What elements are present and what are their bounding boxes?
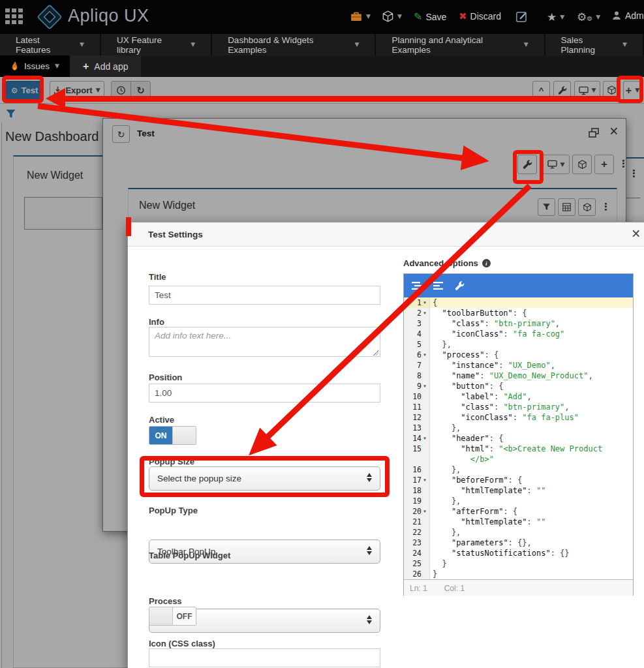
icon-css-class-input[interactable] bbox=[149, 648, 380, 667]
editor-row[interactable]: 19 }, bbox=[404, 496, 633, 506]
nav-planning-analytical[interactable]: Planning and Analytical Examples▼ bbox=[376, 34, 545, 55]
select-arrows-icon bbox=[367, 473, 372, 482]
add-app-button[interactable]: + Add app bbox=[70, 55, 142, 77]
toggle-off-segment: OFF bbox=[172, 607, 196, 625]
editor-row[interactable]: 9▾ "button": { bbox=[404, 381, 633, 391]
test-settings-modal: Test Settings × Title Info Position Acti… bbox=[127, 222, 644, 668]
editor-row[interactable]: 20▾ "afterForm": { bbox=[404, 506, 633, 517]
position-input[interactable] bbox=[149, 384, 380, 402]
settings-menu[interactable]: ⚙⚙ ▼ bbox=[577, 10, 600, 23]
editor-row[interactable]: 23 "parameters": {}, bbox=[404, 538, 633, 548]
app-grid-icon[interactable] bbox=[5, 8, 25, 24]
editor-row[interactable]: 7 "instance": "UX_Demo", bbox=[404, 360, 633, 371]
pencil-icon: ✎ bbox=[414, 10, 422, 23]
editor-row[interactable]: 6▾ "process": { bbox=[404, 350, 633, 360]
x-icon: ✖ bbox=[459, 10, 467, 22]
editor-row[interactable]: 14▾ "header": { bbox=[404, 433, 633, 444]
chevron-down-icon: ▼ bbox=[560, 14, 564, 20]
favorites-menu[interactable]: ★ ▼ bbox=[547, 10, 564, 23]
person-icon bbox=[611, 10, 622, 21]
cube-menu[interactable]: ▼ bbox=[382, 10, 402, 23]
table-popup-widget-label: Table PopUp Widget bbox=[149, 551, 230, 560]
app-tab-bar: Issues ▼ + Add app bbox=[0, 55, 644, 77]
position-label: Position bbox=[149, 372, 182, 382]
editor-row[interactable]: 2▾ "toolbarButton": { bbox=[404, 308, 633, 318]
user-menu[interactable]: Admin bbox=[611, 10, 644, 21]
popup-size-value: Select the popup size bbox=[157, 474, 241, 483]
editor-row[interactable]: 8 "name": "UX_Demo_New_Product", bbox=[404, 371, 633, 381]
save-button[interactable]: ✎ Save bbox=[414, 10, 446, 23]
toggle-blank-segment bbox=[172, 427, 196, 444]
star-icon: ★ bbox=[547, 10, 557, 23]
settings-header bbox=[128, 222, 644, 247]
process-toggle[interactable]: OFF bbox=[149, 607, 196, 626]
nav-ux-feature-library[interactable]: UX Feature library▼ bbox=[101, 34, 212, 55]
status-col: Col: 1 bbox=[444, 584, 465, 593]
select-arrows-icon bbox=[367, 546, 372, 555]
nav-latest-features[interactable]: Latest Features▼ bbox=[0, 34, 101, 55]
select-arrows-icon bbox=[367, 615, 372, 624]
process-label: Process bbox=[149, 596, 182, 606]
active-label: Active bbox=[149, 415, 174, 425]
popup-size-select[interactable]: Select the popup size bbox=[149, 466, 380, 491]
discard-button[interactable]: ✖ Discard bbox=[459, 10, 501, 22]
admin-label: Admin bbox=[625, 10, 644, 21]
editor-row[interactable]: 13 }, bbox=[404, 423, 633, 433]
info-icon[interactable]: i bbox=[482, 259, 491, 267]
editor-row[interactable]: 1▾{ bbox=[404, 297, 633, 308]
advanced-options-editor[interactable]: 1▾{2▾ "toolbarButton": {3 "class": "btn-… bbox=[403, 273, 634, 596]
title-input[interactable] bbox=[149, 286, 380, 305]
advanced-options-label: Advanced Options i bbox=[403, 258, 491, 268]
editor-lines[interactable]: 1▾{2▾ "toolbarButton": {3 "class": "btn-… bbox=[404, 297, 633, 579]
info-textarea[interactable] bbox=[149, 327, 380, 357]
active-toggle[interactable]: ON bbox=[149, 426, 196, 445]
editor-row[interactable]: 22 }, bbox=[404, 527, 633, 538]
editor-row[interactable]: 4 "iconClass": "fa fa-cog" bbox=[404, 329, 633, 339]
main-nav: Latest Features▼ UX Feature library▼ Das… bbox=[0, 34, 644, 55]
status-line: Ln: 1 bbox=[410, 584, 427, 593]
editor-row[interactable]: 5 }, bbox=[404, 339, 633, 350]
editor-row[interactable]: 3 "class": "btn-primary", bbox=[404, 318, 633, 329]
tab-issues[interactable]: Issues ▼ bbox=[0, 55, 70, 77]
toggle-blank-segment bbox=[149, 607, 172, 625]
edit-button[interactable] bbox=[515, 10, 528, 23]
close-icon[interactable]: × bbox=[632, 225, 640, 243]
popup-type-label: PopUp Type bbox=[149, 506, 198, 515]
plus-icon: + bbox=[83, 61, 89, 72]
icon-css-class-label: Icon (CSS class) bbox=[149, 639, 215, 648]
gears-icon: ⚙⚙ bbox=[577, 10, 592, 23]
chevron-down-icon: ▼ bbox=[366, 14, 371, 20]
settings-title: Test Settings bbox=[148, 230, 203, 239]
editor-row[interactable]: 21 "htmlTemplate": "" bbox=[404, 517, 633, 527]
toggle-on-segment: ON bbox=[149, 427, 172, 444]
flame-icon bbox=[10, 61, 19, 72]
wrench-icon[interactable] bbox=[455, 281, 465, 291]
editor-status-bar: Ln: 1 Col: 1 bbox=[404, 579, 633, 596]
editor-row[interactable]: 24 "statusNotifications": {} bbox=[404, 548, 633, 558]
editor-row[interactable]: 15 "html": "<b>Create New Product bbox=[404, 444, 633, 454]
editor-row[interactable]: 12 "iconClass": "fa fa-plus" bbox=[404, 412, 633, 423]
indent-right-icon[interactable] bbox=[433, 281, 444, 290]
editor-row[interactable]: 18 "htmlTemplate": "" bbox=[404, 485, 633, 496]
indent-left-icon[interactable] bbox=[412, 281, 423, 290]
apliqo-logo-icon bbox=[37, 4, 63, 30]
editor-row[interactable]: 16 }, bbox=[404, 464, 633, 475]
topbar: Apliqo UX ▼ ▼ ✎ Save ✖ Discard ★ ▼ ⚙⚙ ▼ bbox=[0, 0, 644, 34]
editor-row[interactable]: 17▾ "beforeForm": { bbox=[404, 475, 633, 485]
briefcase-menu[interactable]: ▼ bbox=[350, 10, 371, 22]
nav-dashboard-widgets[interactable]: Dashboard & Widgets Examples▼ bbox=[212, 34, 376, 55]
editor-toolbar bbox=[404, 274, 633, 297]
save-label: Save bbox=[425, 12, 446, 22]
app-title: Apliqo UX bbox=[68, 6, 149, 26]
title-label: Title bbox=[149, 272, 166, 282]
editor-row[interactable]: 26} bbox=[404, 569, 633, 579]
editor-row[interactable]: 25 } bbox=[404, 558, 633, 569]
discard-label: Discard bbox=[470, 11, 501, 22]
popup-size-label: Popup Size bbox=[149, 457, 194, 466]
chevron-down-icon: ▼ bbox=[596, 14, 600, 20]
editor-row[interactable]: 11 "class": "btn-primary", bbox=[404, 402, 633, 412]
editor-row[interactable]: </b>" bbox=[404, 454, 633, 464]
resize-grip[interactable] bbox=[373, 350, 378, 356]
nav-sales-planning[interactable]: Sales Planning▼ bbox=[545, 34, 644, 55]
editor-row[interactable]: 10 "label": "Add", bbox=[404, 391, 633, 402]
